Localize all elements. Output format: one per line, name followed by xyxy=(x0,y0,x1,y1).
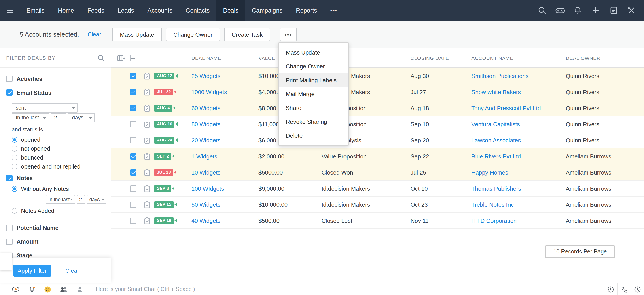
deal-name-link[interactable]: 10 Widgets xyxy=(192,169,220,176)
task-icon[interactable] xyxy=(144,104,150,111)
create-task-button[interactable]: Create Task xyxy=(224,28,270,41)
account-name-link[interactable]: Thomas Publishers xyxy=(471,185,521,192)
account-name-link[interactable]: Tony And Presscott Pvt Ltd xyxy=(471,105,541,111)
potential-name-checkbox[interactable] xyxy=(6,225,12,231)
email-range-value-input[interactable]: 2 xyxy=(51,113,66,122)
filter-search-icon[interactable] xyxy=(98,54,105,61)
notes-range-select[interactable]: In the last xyxy=(46,195,75,204)
bell-icon[interactable] xyxy=(28,286,35,293)
plus-icon[interactable] xyxy=(587,0,605,20)
task-icon[interactable] xyxy=(144,88,150,95)
radio-option-not-opened[interactable]: not opened xyxy=(12,145,106,151)
filter-notes[interactable]: Notes xyxy=(6,175,106,181)
deal-name-link[interactable]: 1000 Widgets xyxy=(192,88,227,95)
column-header-deal-name[interactable]: DEAL NAME xyxy=(192,55,222,60)
account-name-link[interactable]: Snow white Bakers xyxy=(471,88,521,95)
task-icon[interactable] xyxy=(144,120,150,128)
column-header-deal-owner[interactable]: DEAL OWNER xyxy=(566,55,600,60)
change-owner-button[interactable]: Change Owner xyxy=(166,28,220,41)
email-range-select[interactable]: In the last xyxy=(12,113,49,122)
smart-chat-input[interactable]: Here is your Smart Chat ( Ctrl + Space ) xyxy=(96,286,604,292)
deal-name-link[interactable]: 20 Widgets xyxy=(192,137,220,143)
menu-item-change-owner[interactable]: Change Owner xyxy=(278,59,348,73)
search-icon[interactable] xyxy=(533,0,551,20)
filter-activities[interactable]: Activities xyxy=(6,75,106,82)
radio-option-opened-and-not-replied[interactable]: opened and not replied xyxy=(12,163,106,169)
task-icon[interactable] xyxy=(144,201,150,208)
task-icon[interactable] xyxy=(144,169,150,176)
account-name-link[interactable]: Happy Homes xyxy=(471,169,508,176)
nav-item-deals[interactable]: Deals xyxy=(216,0,245,20)
select-all-checkbox[interactable] xyxy=(130,55,136,61)
account-name-link[interactable]: Smithson Publications xyxy=(471,72,528,79)
task-icon[interactable] xyxy=(144,72,150,79)
task-icon[interactable] xyxy=(144,217,150,224)
deal-name-link[interactable]: 50 Widgets xyxy=(192,201,220,208)
nav-item-emails[interactable]: Emails xyxy=(20,0,51,20)
row-checkbox[interactable] xyxy=(130,121,136,127)
menu-item-delete[interactable]: Delete xyxy=(278,129,348,143)
clock-icon[interactable] xyxy=(630,283,644,295)
task-icon[interactable] xyxy=(144,137,150,144)
filter-clear-link[interactable]: Clear xyxy=(65,267,79,274)
email-status-select[interactable]: sent xyxy=(12,103,78,112)
column-header-closing-date[interactable]: CLOSING DATE xyxy=(410,55,449,60)
account-name-link[interactable]: Ventura Capitalists xyxy=(471,121,520,127)
activities-checkbox[interactable] xyxy=(6,75,12,82)
radio-option-notes-added[interactable]: Notes Added xyxy=(12,208,106,213)
hamburger-menu-icon[interactable] xyxy=(0,0,20,20)
radio-option-bounced[interactable]: bounced xyxy=(12,154,106,160)
phone-icon[interactable] xyxy=(617,283,630,295)
smiley-icon[interactable] xyxy=(44,286,51,293)
people-icon[interactable] xyxy=(60,286,68,292)
task-icon[interactable] xyxy=(144,185,150,192)
notes-checkbox[interactable] xyxy=(6,175,12,181)
nav-item-campaigns[interactable]: Campaigns xyxy=(245,0,289,20)
filter-email-status[interactable]: Email Status xyxy=(6,89,106,96)
deal-name-link[interactable]: 1 Widgets xyxy=(192,153,217,160)
email-range-unit-select[interactable]: days xyxy=(68,113,95,122)
deal-name-link[interactable]: 100 WIdgets xyxy=(192,185,224,192)
notes-range-value-input[interactable]: 2 xyxy=(77,195,85,204)
add-column-icon[interactable] xyxy=(117,54,125,61)
row-checkbox[interactable] xyxy=(130,137,136,143)
menu-item-print-mailing-labels[interactable]: Print Mailing Labels xyxy=(278,73,348,87)
deal-name-link[interactable]: 80 Widgets xyxy=(192,121,220,127)
account-name-link[interactable]: Lawson Associates xyxy=(471,137,521,143)
bell-icon[interactable] xyxy=(569,0,587,20)
nav-item-home[interactable]: Home xyxy=(51,0,81,20)
nav-item-leads[interactable]: Leads xyxy=(111,0,141,20)
nav-item-accounts[interactable]: Accounts xyxy=(141,0,179,20)
row-checkbox[interactable] xyxy=(130,201,136,208)
column-header-value[interactable]: VALUE xyxy=(258,55,275,60)
task-icon[interactable] xyxy=(144,153,150,160)
radio-option-without-any-notes[interactable]: Without Any Notes xyxy=(12,186,106,192)
row-checkbox[interactable] xyxy=(130,89,136,95)
deal-name-link[interactable]: 40 Widgets xyxy=(192,217,220,224)
more-actions-button[interactable]: ••• xyxy=(280,28,296,41)
menu-item-mail-merge[interactable]: Mail Merge xyxy=(278,87,348,101)
clear-selection-link[interactable]: Clear xyxy=(88,31,101,37)
row-checkbox[interactable] xyxy=(130,185,136,192)
gamepad-icon[interactable] xyxy=(551,0,569,20)
mass-update-button[interactable]: Mass Update xyxy=(112,28,162,41)
account-name-link[interactable]: Blue Rivers Pvt Ltd xyxy=(471,153,521,160)
filter-amount[interactable]: Amount xyxy=(6,239,106,245)
account-name-link[interactable]: Treble Notes Inc xyxy=(471,201,514,208)
nav-item-more[interactable]: ••• xyxy=(324,0,344,20)
menu-item-mass-update[interactable]: Mass Update xyxy=(278,46,348,59)
row-checkbox[interactable] xyxy=(130,153,136,159)
filter-stage[interactable]: Stage xyxy=(6,252,106,259)
eye-icon[interactable] xyxy=(12,287,20,292)
radio-option-opened[interactable]: opened xyxy=(12,137,106,142)
person-icon[interactable] xyxy=(77,286,83,292)
deal-name-link[interactable]: 60 Widgets xyxy=(192,105,220,111)
row-checkbox[interactable] xyxy=(130,105,136,111)
column-header-account-name[interactable]: ACCOUNT NAME xyxy=(471,55,514,60)
history-icon[interactable] xyxy=(604,283,617,295)
apply-filter-button[interactable]: Apply Filter xyxy=(13,265,52,277)
amount-checkbox[interactable] xyxy=(6,239,12,245)
records-per-page-select[interactable]: 10 Records Per Page xyxy=(545,245,615,258)
tools-icon[interactable] xyxy=(622,0,640,20)
account-name-link[interactable]: H I D Corporation xyxy=(471,217,516,224)
